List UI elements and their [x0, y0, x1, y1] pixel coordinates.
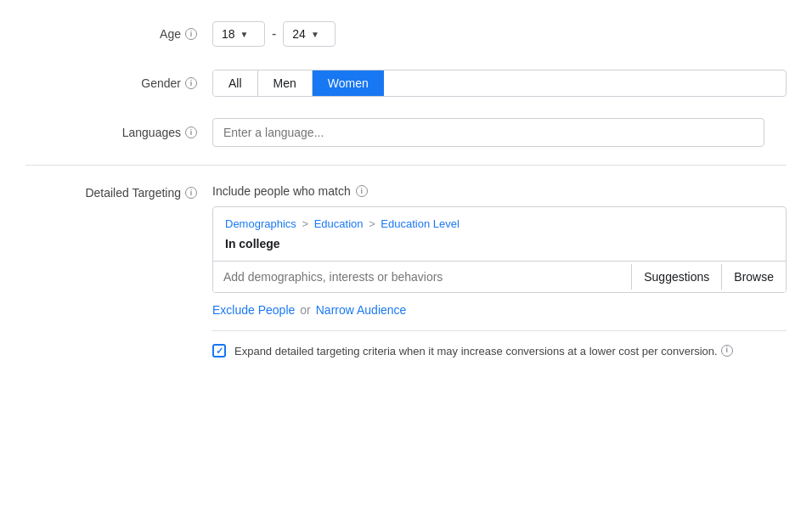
- narrow-audience-link[interactable]: Narrow Audience: [316, 303, 407, 317]
- gender-men-button[interactable]: Men: [258, 70, 313, 96]
- exclude-people-link[interactable]: Exclude People: [212, 303, 295, 317]
- gender-info-icon[interactable]: i: [185, 77, 197, 89]
- targeting-breadcrumb: Demographics > Education > Education Lev…: [213, 207, 786, 234]
- gender-all-button[interactable]: All: [213, 70, 258, 96]
- targeting-search-input[interactable]: [213, 262, 631, 292]
- detailed-targeting-row: Detailed Targeting i Include people who …: [25, 184, 787, 360]
- age-max-chevron-icon: ▼: [311, 30, 319, 39]
- age-label-text: Age: [160, 27, 181, 41]
- languages-control: [212, 118, 787, 147]
- age-label: Age i: [25, 27, 212, 41]
- expand-text-content: Expand detailed targeting criteria when …: [234, 343, 718, 360]
- age-controls: 18 ▼ - 24 ▼: [212, 21, 787, 47]
- age-max-select[interactable]: 24 ▼: [283, 21, 336, 47]
- breadcrumb-sep-2: >: [369, 217, 375, 230]
- age-dash: -: [272, 26, 276, 42]
- languages-info-icon[interactable]: i: [185, 127, 197, 138]
- breadcrumb-sep-1: >: [302, 217, 308, 230]
- expand-info-icon[interactable]: i: [721, 345, 733, 357]
- detailed-targeting-content: Include people who match i Demographics …: [212, 184, 787, 360]
- detailed-targeting-label-text: Detailed Targeting: [85, 186, 181, 200]
- age-max-value: 24: [292, 27, 306, 41]
- include-header: Include people who match i: [212, 184, 787, 198]
- age-info-icon[interactable]: i: [185, 28, 197, 40]
- gender-row: Gender i All Men Women: [25, 66, 787, 100]
- breadcrumb-education-level[interactable]: Education Level: [381, 217, 460, 230]
- gender-button-group: All Men Women: [212, 70, 787, 97]
- languages-row: Languages i: [25, 115, 787, 149]
- targeting-search-row: Suggestions Browse: [213, 261, 786, 292]
- expand-checkbox[interactable]: ✓: [212, 344, 226, 358]
- age-min-chevron-icon: ▼: [240, 30, 249, 39]
- age-min-select[interactable]: 18 ▼: [212, 21, 265, 47]
- gender-label: Gender i: [25, 76, 212, 90]
- gender-label-text: Gender: [141, 76, 181, 90]
- targeting-selected-item-text: In college: [225, 237, 280, 251]
- breadcrumb-demographics[interactable]: Demographics: [225, 217, 296, 230]
- expand-row: ✓ Expand detailed targeting criteria whe…: [212, 330, 787, 360]
- section-divider: [25, 165, 787, 166]
- gender-controls: All Men Women: [212, 70, 787, 97]
- gender-women-button[interactable]: Women: [313, 70, 384, 96]
- include-info-icon[interactable]: i: [356, 185, 368, 197]
- targeting-selected-item: In college: [213, 234, 786, 261]
- include-header-text: Include people who match: [212, 184, 351, 198]
- detailed-targeting-info-icon[interactable]: i: [185, 187, 197, 199]
- language-input[interactable]: [212, 118, 764, 147]
- targeting-box: Demographics > Education > Education Lev…: [212, 206, 787, 293]
- browse-tab[interactable]: Browse: [722, 262, 786, 292]
- breadcrumb-education[interactable]: Education: [314, 217, 364, 230]
- languages-label-text: Languages: [122, 126, 181, 139]
- checkmark-icon: ✓: [216, 346, 223, 357]
- detailed-targeting-label: Detailed Targeting i: [25, 184, 212, 200]
- expand-text: Expand detailed targeting criteria when …: [234, 343, 733, 360]
- suggestions-tab[interactable]: Suggestions: [632, 262, 721, 292]
- age-min-value: 18: [222, 27, 235, 41]
- age-row: Age i 18 ▼ - 24 ▼: [25, 17, 787, 51]
- action-links: Exclude People or Narrow Audience: [212, 303, 787, 317]
- or-text: or: [300, 303, 310, 317]
- languages-label: Languages i: [25, 126, 212, 139]
